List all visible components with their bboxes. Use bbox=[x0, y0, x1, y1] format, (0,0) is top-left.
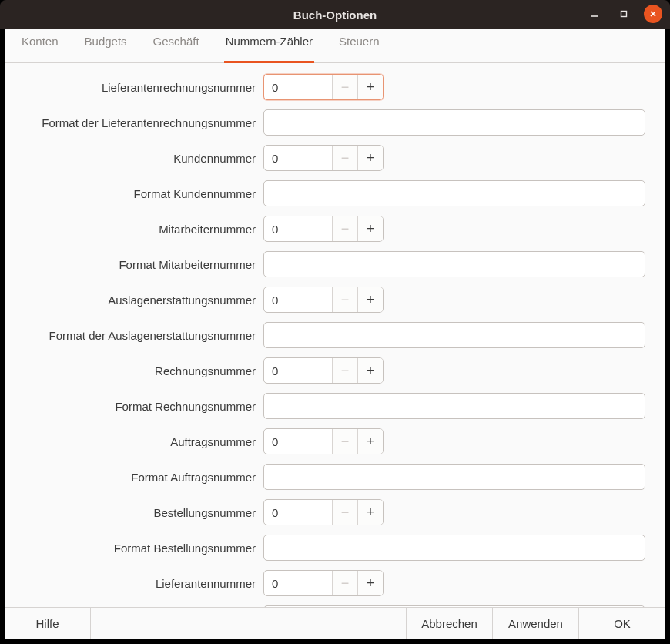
ok-button[interactable]: OK bbox=[579, 608, 665, 639]
job_number-spinbox[interactable]: −+ bbox=[263, 428, 384, 454]
invoice_number_format-label: Format Rechnungsnummer bbox=[25, 400, 256, 413]
expense_voucher_number-spinbox[interactable]: −+ bbox=[263, 287, 384, 313]
employee_number_format-input[interactable] bbox=[263, 251, 645, 277]
customer_number_format-input[interactable] bbox=[263, 180, 645, 206]
vendor_bill_number-label: Lieferantenrechnungsnummer bbox=[25, 81, 256, 94]
tab-zaehler[interactable]: Nummern-Zähler bbox=[224, 30, 314, 63]
expense_voucher_number_format-label: Format der Auslagenerstattungsnummer bbox=[25, 329, 256, 342]
vendor_number-increment-button[interactable]: + bbox=[357, 571, 383, 595]
tab-content: Lieferantenrechnungsnummer−+Format der L… bbox=[5, 63, 665, 607]
invoice_number-decrement-button[interactable]: − bbox=[332, 358, 357, 383]
order_number-decrement-button[interactable]: − bbox=[332, 500, 357, 525]
order_number-spinbox[interactable]: −+ bbox=[263, 499, 384, 525]
customer_number-increment-button[interactable]: + bbox=[357, 146, 383, 170]
window-controls bbox=[585, 5, 662, 23]
tab-bar: KontenBudgetsGeschäftNummern-ZählerSteue… bbox=[5, 29, 665, 63]
job_number-input[interactable] bbox=[264, 429, 332, 454]
employee_number-input[interactable] bbox=[264, 216, 332, 241]
job_number_format-label: Format Auftragsnummer bbox=[25, 471, 256, 484]
titlebar: Buch-Optionen bbox=[0, 0, 670, 29]
help-button[interactable]: Hilfe bbox=[5, 608, 91, 639]
cancel-button[interactable]: Abbrechen bbox=[407, 608, 493, 639]
job_number_format-input[interactable] bbox=[263, 464, 645, 490]
invoice_number-label: Rechnungsnummer bbox=[25, 364, 256, 377]
expense_voucher_number-decrement-button[interactable]: − bbox=[332, 287, 357, 312]
vendor_bill_number-decrement-button[interactable]: − bbox=[332, 75, 357, 99]
employee_number_format-label: Format Mitarbeiternummer bbox=[25, 258, 256, 271]
order_number-label: Bestellungsnummer bbox=[25, 506, 256, 519]
job_number-decrement-button[interactable]: − bbox=[332, 429, 357, 454]
button-bar-spacer bbox=[91, 608, 407, 639]
expense_voucher_number_format-input[interactable] bbox=[263, 322, 645, 348]
order_number_format-input[interactable] bbox=[263, 535, 645, 561]
invoice_number-spinbox[interactable]: −+ bbox=[263, 357, 384, 384]
employee_number-spinbox[interactable]: −+ bbox=[263, 216, 384, 242]
employee_number-increment-button[interactable]: + bbox=[357, 216, 383, 241]
window-maximize-button[interactable] bbox=[615, 5, 633, 23]
dialog-window: Buch-Optionen KontenBudgetsGeschäftNumme… bbox=[0, 0, 670, 644]
tab-konten[interactable]: Konten bbox=[20, 30, 60, 63]
invoice_number-input[interactable] bbox=[264, 358, 332, 383]
apply-button[interactable]: Anwenden bbox=[493, 608, 579, 639]
tab-geschaeft[interactable]: Geschäft bbox=[152, 30, 201, 63]
employee_number-label: Mitarbeiternummer bbox=[25, 223, 256, 236]
vendor_bill_number-spinbox[interactable]: −+ bbox=[263, 74, 384, 100]
tab-steuern[interactable]: Steuern bbox=[337, 30, 381, 63]
window-close-button[interactable] bbox=[644, 5, 662, 23]
invoice_number-increment-button[interactable]: + bbox=[357, 358, 383, 383]
window-minimize-button[interactable] bbox=[585, 5, 604, 23]
vendor_bill_number_format-input[interactable] bbox=[263, 109, 645, 136]
expense_voucher_number-label: Auslagenerstattungsnummer bbox=[25, 293, 256, 307]
expense_voucher_number-increment-button[interactable]: + bbox=[357, 287, 383, 312]
vendor_bill_number-input[interactable] bbox=[264, 75, 332, 99]
customer_number-spinbox[interactable]: −+ bbox=[263, 145, 384, 171]
order_number-increment-button[interactable]: + bbox=[357, 500, 383, 525]
customer_number-input[interactable] bbox=[264, 146, 332, 170]
vendor_bill_number-increment-button[interactable]: + bbox=[357, 75, 383, 99]
vendor_number-input[interactable] bbox=[264, 571, 332, 595]
order_number_format-label: Format Bestellungsnummer bbox=[25, 542, 256, 555]
dialog-button-bar: Hilfe Abbrechen Anwenden OK bbox=[5, 607, 665, 639]
invoice_number_format-input[interactable] bbox=[263, 393, 645, 419]
employee_number-decrement-button[interactable]: − bbox=[332, 216, 357, 241]
client-area: KontenBudgetsGeschäftNummern-ZählerSteue… bbox=[5, 29, 665, 639]
order_number-input[interactable] bbox=[264, 500, 332, 525]
counter-form-grid: Lieferantenrechnungsnummer−+Format der L… bbox=[25, 74, 645, 607]
vendor_bill_number_format-label: Format der Lieferantenrechnungsnummer bbox=[25, 116, 256, 129]
customer_number-decrement-button[interactable]: − bbox=[332, 146, 357, 170]
vendor_number-spinbox[interactable]: −+ bbox=[263, 570, 384, 596]
job_number-increment-button[interactable]: + bbox=[357, 429, 383, 454]
customer_number_format-label: Format Kundennummer bbox=[25, 187, 256, 200]
expense_voucher_number-input[interactable] bbox=[264, 287, 332, 312]
tab-budgets[interactable]: Budgets bbox=[83, 30, 129, 63]
job_number-label: Auftragsnummer bbox=[25, 435, 256, 448]
svg-rect-1 bbox=[621, 12, 627, 17]
customer_number-label: Kundennummer bbox=[25, 152, 256, 165]
vendor_number-decrement-button[interactable]: − bbox=[332, 571, 357, 595]
vendor_number-label: Lieferantennummer bbox=[25, 577, 256, 590]
window-title: Buch-Optionen bbox=[293, 8, 377, 22]
